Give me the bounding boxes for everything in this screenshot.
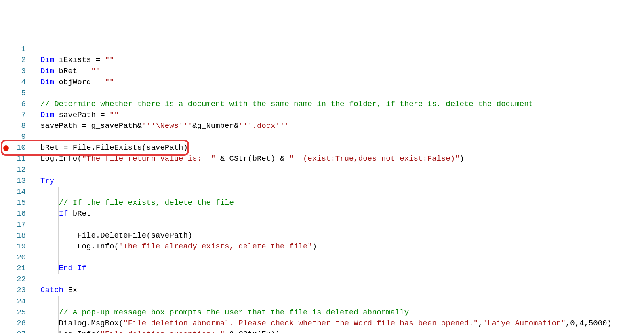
line-number: 13 bbox=[12, 176, 28, 187]
token-kw: Dim bbox=[40, 78, 54, 87]
code-line[interactable]: 24 bbox=[0, 296, 644, 307]
token-plain: Log.Info( bbox=[77, 242, 119, 251]
code-text[interactable]: Dim iExists = "" bbox=[28, 55, 114, 66]
line-number: 14 bbox=[12, 187, 28, 197]
code-text[interactable]: savePath = g_savePath&'''\News'''&g_Numb… bbox=[28, 121, 289, 132]
code-line[interactable]: 5 bbox=[0, 88, 644, 99]
code-text[interactable] bbox=[28, 296, 59, 307]
code-text[interactable]: End If bbox=[28, 263, 86, 274]
code-text[interactable]: // A pop-up message box prompts the user… bbox=[28, 307, 409, 318]
code-text[interactable]: Dim objWord = "" bbox=[28, 77, 114, 88]
line-number: 16 bbox=[12, 208, 28, 219]
token-plain bbox=[73, 264, 77, 273]
token-plain: Ex bbox=[63, 286, 77, 295]
line-number: 24 bbox=[12, 296, 28, 307]
code-text[interactable]: Catch Ex bbox=[28, 285, 77, 296]
line-number: 1 bbox=[12, 44, 28, 55]
token-kw: Catch bbox=[40, 286, 63, 295]
code-text[interactable]: File.DeleteFile(savePath) bbox=[28, 230, 192, 241]
code-line[interactable]: 26 Dialog.MsgBox("File deletion abnormal… bbox=[0, 318, 644, 329]
code-text[interactable]: If bRet bbox=[28, 208, 91, 219]
token-str: "File deletion exception: " bbox=[100, 330, 225, 333]
code-text[interactable] bbox=[28, 252, 77, 263]
indent-guide bbox=[58, 296, 59, 307]
token-str: " (exist:True,does not exist:False)" bbox=[289, 154, 460, 163]
code-line[interactable]: 14 bbox=[0, 187, 644, 197]
token-str: "" bbox=[109, 110, 119, 119]
token-plain: savePath = bbox=[54, 110, 109, 119]
code-line[interactable]: 16 If bRet bbox=[0, 208, 644, 219]
code-line[interactable]: 4Dim objWord = "" bbox=[0, 77, 644, 88]
code-line[interactable]: 1 bbox=[0, 44, 644, 55]
token-str: '''\News''' bbox=[142, 121, 192, 130]
code-line[interactable]: 15 // If the file exists, delete the fil… bbox=[0, 197, 644, 208]
token-plain: iExists = bbox=[54, 55, 105, 64]
token-plain: Log.Info( bbox=[40, 154, 82, 163]
code-text[interactable]: // Determine whether there is a document… bbox=[28, 99, 533, 110]
indent-guide bbox=[58, 208, 59, 219]
code-editor[interactable]: 12Dim iExists = ""3Dim bRet = ""4Dim obj… bbox=[0, 44, 644, 333]
line-number: 15 bbox=[12, 197, 28, 208]
code-line[interactable]: 22 bbox=[0, 274, 644, 285]
code-line[interactable]: 2Dim iExists = "" bbox=[0, 55, 644, 66]
code-line[interactable]: 17 bbox=[0, 219, 644, 230]
token-str: "The file return value is: " bbox=[82, 154, 216, 163]
code-text[interactable]: Dialog.MsgBox("File deletion abnormal. P… bbox=[28, 318, 612, 329]
breakpoint-icon[interactable] bbox=[3, 145, 9, 151]
token-plain: ,0,4,5000) bbox=[566, 319, 612, 328]
indent-guide bbox=[76, 252, 76, 263]
code-line[interactable]: 21 End If bbox=[0, 263, 644, 274]
indent-guide bbox=[58, 318, 59, 329]
indent-guide bbox=[58, 197, 59, 208]
code-text[interactable]: Try bbox=[28, 176, 54, 187]
code-text[interactable]: Dim savePath = "" bbox=[28, 110, 119, 121]
code-text[interactable] bbox=[28, 219, 77, 230]
code-text[interactable]: Log.Info("The file return value is: " & … bbox=[28, 153, 464, 164]
token-plain: & CStr(Ex)) bbox=[225, 330, 280, 333]
code-line[interactable]: 27 Log.Info("File deletion exception: " … bbox=[0, 329, 644, 333]
token-plain: File.DeleteFile(savePath) bbox=[77, 231, 192, 240]
code-line[interactable]: 12 bbox=[0, 164, 644, 175]
code-line[interactable]: 18 File.DeleteFile(savePath) bbox=[0, 230, 644, 241]
line-number: 12 bbox=[12, 164, 28, 175]
indent-guide bbox=[58, 263, 59, 274]
code-line[interactable]: 8savePath = g_savePath&'''\News'''&g_Num… bbox=[0, 121, 644, 132]
token-plain: Log.Info( bbox=[59, 330, 101, 333]
line-number: 2 bbox=[12, 55, 28, 66]
code-text[interactable]: Log.Info("File deletion exception: " & C… bbox=[28, 329, 280, 333]
token-str: "The file already exists, delete the fil… bbox=[119, 242, 312, 251]
token-kw: If bbox=[59, 209, 68, 218]
code-line[interactable]: 6// Determine whether there is a documen… bbox=[0, 99, 644, 110]
line-number: 6 bbox=[12, 99, 28, 110]
code-line[interactable]: 3Dim bRet = "" bbox=[0, 66, 644, 77]
line-number: 11 bbox=[12, 153, 28, 164]
indent-guide bbox=[58, 252, 59, 263]
token-kw: If bbox=[77, 264, 86, 273]
token-plain: &g_Number& bbox=[192, 121, 238, 130]
code-text[interactable]: Log.Info("The file already exists, delet… bbox=[28, 241, 317, 252]
code-line[interactable]: 13Try bbox=[0, 176, 644, 187]
line-number: 5 bbox=[12, 88, 28, 99]
code-text[interactable]: // If the file exists, delete the file bbox=[28, 197, 234, 208]
token-plain: , bbox=[478, 319, 482, 328]
code-line[interactable]: 19 Log.Info("The file already exists, de… bbox=[0, 241, 644, 252]
code-text[interactable]: Dim bRet = "" bbox=[28, 66, 100, 77]
indent-guide bbox=[58, 219, 59, 230]
token-plain: bRet = File.FileExists(savePath) bbox=[40, 143, 188, 152]
code-line[interactable]: 25 // A pop-up message box prompts the u… bbox=[0, 307, 644, 318]
token-plain: bRet = bbox=[54, 67, 91, 76]
code-text[interactable] bbox=[28, 187, 59, 197]
code-text[interactable]: bRet = File.FileExists(savePath) bbox=[28, 142, 188, 153]
code-line[interactable]: 23Catch Ex bbox=[0, 285, 644, 296]
code-line[interactable]: 10bRet = File.FileExists(savePath) bbox=[0, 142, 644, 153]
code-line[interactable]: 20 bbox=[0, 252, 644, 263]
breakpoint-gutter[interactable] bbox=[0, 145, 12, 151]
code-line[interactable]: 9 bbox=[0, 132, 644, 142]
code-line[interactable]: 11Log.Info("The file return value is: " … bbox=[0, 153, 644, 164]
indent-guide bbox=[76, 230, 76, 241]
line-number: 7 bbox=[12, 110, 28, 121]
token-kw: Try bbox=[40, 176, 54, 185]
indent-guide bbox=[58, 241, 59, 252]
indent-guide bbox=[58, 187, 59, 197]
code-line[interactable]: 7Dim savePath = "" bbox=[0, 110, 644, 121]
